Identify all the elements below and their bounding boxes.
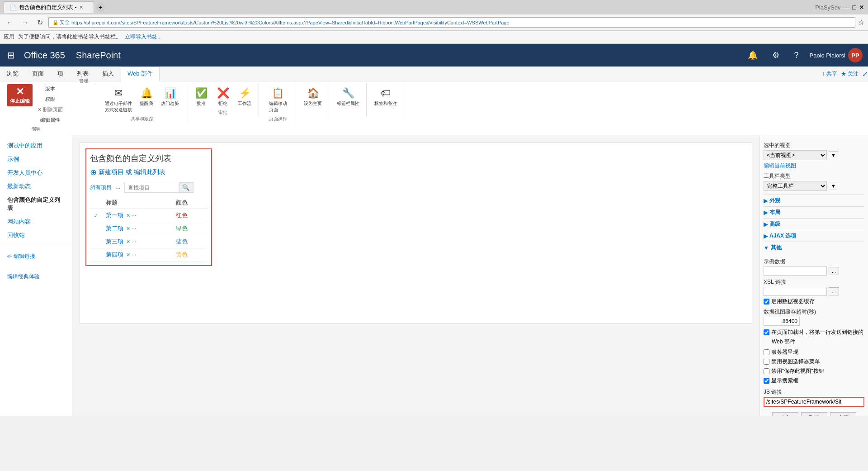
row1-dots[interactable]: ···	[132, 212, 136, 219]
tab-page[interactable]: 页面	[25, 67, 51, 81]
approve-button[interactable]: ✅ 批准	[191, 84, 212, 109]
cache-timeout-input[interactable]	[764, 317, 800, 326]
user-profile[interactable]: Paolo Pialorsi PP	[810, 48, 863, 62]
sidebar-item-testapps[interactable]: 测试中的应用	[0, 139, 72, 152]
apply-button[interactable]: 应用	[830, 412, 856, 416]
disable-view-selector-checkbox[interactable]	[764, 359, 769, 365]
notification-button[interactable]: 🔔	[744, 48, 761, 62]
cache-checkbox[interactable]	[764, 299, 769, 304]
view-dropdown-btn[interactable]: ▼	[829, 151, 838, 159]
row3-link[interactable]: 第三项 ✕	[106, 238, 130, 245]
row3-title[interactable]: 第三项 ✕ ···	[102, 235, 172, 248]
delete-page-button[interactable]: ✕ 删除页面	[35, 105, 65, 114]
tab-title: 包含颜色的自定义列表 -	[19, 4, 76, 11]
filter-dots[interactable]: ···	[115, 184, 121, 191]
xsl-link-browse-btn[interactable]: ...	[829, 287, 839, 295]
focus-button[interactable]: ⤢	[862, 70, 868, 78]
refresh-button[interactable]: ↻	[34, 17, 46, 28]
email-button[interactable]: ✉ 通过电子邮件方式发送链接	[102, 84, 135, 115]
sidebar-item-sitecontent[interactable]: 网站内容	[0, 215, 72, 228]
edit-props-button[interactable]: 编辑属性	[35, 115, 65, 125]
settings-button[interactable]: ⚙	[769, 48, 783, 62]
user-avatar[interactable]: PP	[848, 48, 863, 62]
permissions-button[interactable]: 权限	[35, 95, 65, 104]
edit-list-link[interactable]: 编辑此列表	[134, 168, 165, 176]
tab-item[interactable]: 项	[51, 67, 70, 81]
sidebar-item-colorlist[interactable]: 包含颜色的自定义列表	[0, 193, 72, 215]
ajax-section[interactable]: ▶ AJAX 选项	[764, 230, 864, 242]
classic-experience-link[interactable]: 编辑经典体验	[7, 273, 40, 280]
row1-link[interactable]: 第一项 ✕	[106, 212, 130, 219]
sample-data-input[interactable]	[764, 266, 827, 276]
tab-close-icon[interactable]: ✕	[79, 5, 83, 10]
star-button[interactable]: ☆	[858, 18, 864, 27]
sidebar-item-devhub[interactable]: 开发人员中心	[0, 166, 72, 180]
new-tab-button[interactable]: +	[96, 3, 105, 12]
toolbar-type-dropdown-btn[interactable]: ▼	[829, 182, 838, 190]
toolbar-type-selector[interactable]: 完整工具栏	[764, 181, 827, 191]
js-link-input[interactable]	[764, 397, 864, 407]
all-items-filter[interactable]: 所有项目	[90, 184, 112, 191]
forward-button[interactable]: →	[19, 18, 32, 28]
maximize-button[interactable]: □	[853, 4, 856, 11]
tab-insert[interactable]: 插入	[95, 67, 121, 81]
share-link[interactable]: ↑ 共享	[822, 70, 837, 78]
other-section[interactable]: ▼ 其他	[764, 242, 864, 253]
row4-link[interactable]: 第四项 ✕	[106, 251, 130, 258]
remind-button[interactable]: 🔔 提醒我	[136, 84, 157, 115]
sidebar-edit-links[interactable]: ✏ 编辑链接	[0, 250, 72, 263]
minimize-button[interactable]: —	[844, 4, 850, 11]
other-expand-icon: ▼	[764, 245, 769, 251]
cancel-button[interactable]: 取消	[801, 412, 827, 416]
layout-section[interactable]: ▶ 布局	[764, 206, 864, 218]
appearance-section[interactable]: ▶ 外观	[764, 195, 864, 206]
view-selector[interactable]: <当前视图>	[764, 150, 827, 160]
address-bar[interactable]: 🔒 安全 https://sharepoint.com/sites/SPFeat…	[48, 17, 855, 28]
sidebar-item-example[interactable]: 示例	[0, 152, 72, 166]
workflow-button[interactable]: ⚡ 工作流	[234, 84, 255, 109]
edit-view-link[interactable]: 编辑当前视图	[764, 162, 864, 170]
table-row: 第三项 ✕ ··· 蓝色	[90, 235, 208, 248]
row2-dots[interactable]: ···	[132, 225, 136, 232]
row3-dots[interactable]: ···	[132, 238, 136, 245]
search-input[interactable]	[125, 183, 179, 193]
help-button[interactable]: ?	[790, 49, 802, 62]
stop-editing-button[interactable]: ✕ 停止编辑	[7, 84, 33, 106]
import-bookmarks-link[interactable]: 立即导入书签...	[125, 33, 162, 41]
new-item-link[interactable]: ⊕ 新建项目 或 编辑此列表	[90, 167, 208, 177]
row2-title[interactable]: 第二项 ✕ ···	[102, 222, 172, 235]
server-render-checkbox[interactable]	[764, 349, 769, 355]
reject-button[interactable]: ❌ 拒绝	[212, 84, 233, 109]
xsl-link-input[interactable]	[764, 287, 827, 296]
follow-link[interactable]: ★ 关注	[841, 70, 859, 78]
tags-button[interactable]: 🏷 标签和备注	[371, 84, 400, 109]
advanced-section[interactable]: ▶ 高级	[764, 218, 864, 230]
move-page-button[interactable]: 📋 编辑移动页面	[266, 84, 290, 115]
search-button[interactable]: 🔍	[179, 182, 193, 193]
row4-dots[interactable]: ···	[132, 252, 136, 258]
tab-webpart[interactable]: Web 部件	[121, 67, 160, 81]
version-button[interactable]: 版本	[35, 84, 65, 94]
sidebar-item-recycle[interactable]: 回收站	[0, 228, 72, 242]
sample-data-browse-btn[interactable]: ...	[829, 267, 839, 275]
window-close-button[interactable]: ✕	[859, 4, 864, 11]
row4-title[interactable]: 第四项 ✕ ···	[102, 248, 172, 262]
ribbon: 浏览 页面 项 列表 插入 Web 部件 ↑ 共享 ★ 关注 ⤢ ✕ 停止编辑 …	[0, 67, 868, 135]
back-button[interactable]: ←	[4, 18, 16, 28]
sharepoint-label[interactable]: SharePoint	[76, 50, 121, 61]
waffle-icon[interactable]: ⊞	[5, 48, 17, 62]
active-tab[interactable]: 📄 包含颜色的自定义列表 - ✕	[4, 1, 94, 13]
confirm-button[interactable]: 确定	[772, 412, 798, 416]
show-search-checkbox[interactable]	[764, 378, 769, 384]
make-home-button[interactable]: 🏠 设为主页	[301, 84, 325, 109]
row1-check: ✓	[90, 209, 102, 222]
toolbar-props-button[interactable]: 🔧 标题栏属性	[334, 84, 363, 109]
send-first-row-checkbox[interactable]	[764, 329, 769, 335]
sidebar-item-recent[interactable]: 最新动态	[0, 180, 72, 193]
apps-label: 应用	[4, 33, 14, 41]
popular-button[interactable]: 📊 热门趋势	[158, 84, 182, 115]
tab-browse[interactable]: 浏览	[0, 67, 25, 81]
row2-link[interactable]: 第二项 ✕	[106, 225, 130, 232]
disable-save-view-checkbox[interactable]	[764, 368, 769, 374]
row1-title[interactable]: 第一项 ✕ ···	[102, 209, 172, 222]
